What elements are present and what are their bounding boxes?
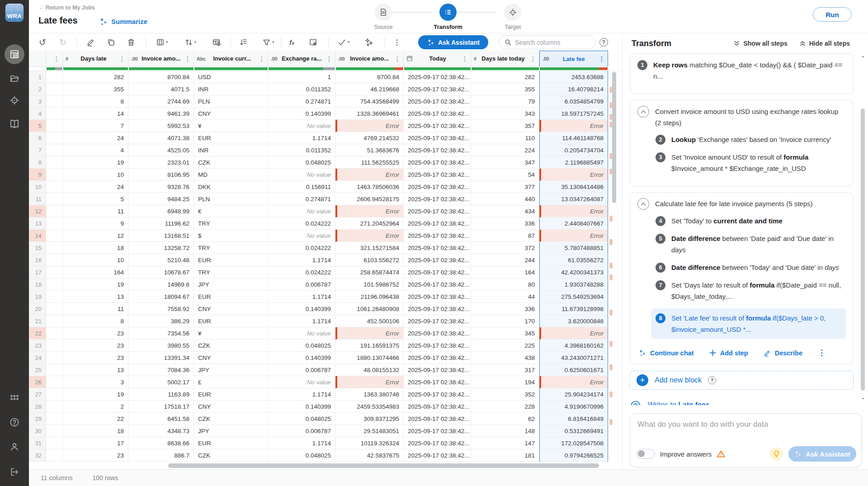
undo-button[interactable]: ↺ <box>39 33 46 51</box>
row-number[interactable]: 20 <box>29 303 46 315</box>
cell-invoice-amount[interactable]: 386.29 <box>128 315 194 327</box>
cell-days-late[interactable]: 18 <box>63 425 128 437</box>
cell-invoice-amount-usd[interactable]: 10119.326324 <box>335 437 404 449</box>
row-number[interactable]: 11 <box>29 193 46 205</box>
cell-invoice-currency[interactable]: CNY <box>194 352 268 364</box>
row-number[interactable]: 27 <box>29 388 46 401</box>
table-help-icon[interactable]: ? <box>599 38 608 47</box>
cell-invoice-amount[interactable]: 13258.72 <box>128 242 194 254</box>
row-number[interactable]: 17 <box>29 266 46 278</box>
hide-all-steps-button[interactable]: Hide all steps <box>799 40 850 47</box>
cell-invoice-amount-usd[interactable]: Error <box>335 120 404 132</box>
cell-unnamed[interactable] <box>46 327 63 340</box>
row-number[interactable]: 19 <box>29 291 46 303</box>
cell-exchange-rate[interactable]: 1 <box>268 71 335 83</box>
add-step-button[interactable]: Add step <box>709 349 748 357</box>
cell-late-fee[interactable]: 18.5971757245 <box>539 108 608 120</box>
cell-invoice-currency[interactable]: $ <box>194 230 268 242</box>
cell-invoice-currency[interactable]: CNY <box>194 108 268 120</box>
step-2[interactable]: 2Lookup 'Exchange rates' based on 'Invoi… <box>656 134 846 145</box>
continue-chat-button[interactable]: Continue chat <box>638 349 694 357</box>
cell-invoice-amount-usd[interactable]: 51.3683676 <box>335 144 404 156</box>
cell-exchange-rate[interactable]: 1.1714 <box>268 315 335 327</box>
cell-invoice-amount[interactable]: 4348.73 <box>128 425 194 437</box>
cell-invoice-amount[interactable]: 2323.01 <box>128 156 194 169</box>
cell-late-fee[interactable]: 2.1196885497 <box>539 156 608 169</box>
cell-invoice-amount[interactable]: 5992.53 <box>128 120 194 132</box>
cell-late-fee[interactable]: 43.2430071271 <box>539 352 608 364</box>
cell-late-fee[interactable]: Error <box>539 327 608 340</box>
cell-unnamed[interactable] <box>46 120 63 132</box>
row-number[interactable]: 5 <box>29 120 46 132</box>
cell-invoice-amount-usd[interactable]: Error <box>335 205 404 217</box>
cell-days-late[interactable]: 11 <box>63 303 128 315</box>
cell-today[interactable]: 2025-09-17 02:38:42... <box>404 156 471 169</box>
group-header[interactable]: Convert invoice amount to USD using exch… <box>637 106 846 128</box>
cell-days-late-today[interactable]: 147 <box>471 437 539 449</box>
cell-late-fee[interactable]: 61.03556272 <box>539 254 608 266</box>
cell-days-late-today[interactable]: 148 <box>471 425 539 437</box>
cell-invoice-amount-usd[interactable]: 321.15271584 <box>335 242 404 254</box>
cell-unnamed[interactable] <box>46 437 63 449</box>
lookup-preview-button[interactable] <box>212 33 221 51</box>
cell-days-late[interactable]: 164 <box>63 266 128 278</box>
cell-unnamed[interactable] <box>46 352 63 364</box>
cell-days-late-today[interactable]: 244 <box>471 254 539 266</box>
cell-exchange-rate[interactable]: 0.140399 <box>268 352 335 364</box>
cell-invoice-amount-usd[interactable]: 29.51483051 <box>335 425 404 437</box>
column-header-days-late[interactable]: #Days late⋮ <box>63 51 128 67</box>
cell-invoice-amount-usd[interactable]: 191.16591375 <box>335 340 404 352</box>
cell-days-late-today[interactable]: 62 <box>471 413 539 425</box>
chat-input[interactable] <box>637 420 854 429</box>
cell-days-late[interactable]: 8 <box>63 315 128 327</box>
cell-days-late[interactable]: 282 <box>63 71 128 83</box>
cell-invoice-amount-usd[interactable]: 1061.26480908 <box>335 303 404 315</box>
cell-late-fee[interactable]: 5.7807488851 <box>539 242 608 254</box>
horizontal-scrollbar[interactable] <box>29 462 608 469</box>
column-header-invoice-amount-usd[interactable]: .00Invoice amo...⋮ <box>335 51 404 67</box>
cell-invoice-currency[interactable]: CZK <box>194 156 268 169</box>
cell-today[interactable]: 2025-09-17 02:38:42... <box>404 364 471 376</box>
cell-invoice-amount-usd[interactable]: 1328.36969461 <box>335 108 404 120</box>
row-number[interactable]: 4 <box>29 108 46 120</box>
cell-days-late-today[interactable]: 438 <box>471 352 539 364</box>
cell-unnamed[interactable] <box>46 242 63 254</box>
cell-exchange-rate[interactable]: No value <box>268 230 335 242</box>
cell-late-fee[interactable]: 0.5312669491 <box>539 425 608 437</box>
app-logo[interactable]: WRA <box>5 4 24 22</box>
cell-days-late[interactable]: 11 <box>63 205 128 217</box>
cell-exchange-rate[interactable]: 0.048025 <box>268 413 335 425</box>
row-number[interactable]: 12 <box>29 205 46 217</box>
cell-exchange-rate[interactable]: 0.006787 <box>268 364 335 376</box>
show-all-steps-button[interactable]: Show all steps <box>733 40 787 47</box>
cell-invoice-currency[interactable]: JPY <box>194 364 268 376</box>
cell-today[interactable]: 2025-09-17 02:38:42... <box>404 413 471 425</box>
column-menu-icon[interactable]: ⋮ <box>598 55 605 62</box>
cell-exchange-rate[interactable]: 0.048025 <box>268 340 335 352</box>
cell-exchange-rate[interactable]: 0.140399 <box>268 108 335 120</box>
panel-scrollbar-thumb[interactable] <box>861 109 865 391</box>
cell-invoice-amount[interactable]: 7354.56 <box>128 327 194 340</box>
cell-invoice-amount-usd[interactable]: Error <box>335 327 404 340</box>
cell-unnamed[interactable] <box>46 108 63 120</box>
cell-days-late[interactable]: 3 <box>63 376 128 388</box>
cell-days-late-today[interactable]: 170 <box>471 315 539 327</box>
cell-invoice-amount-usd[interactable]: 101.5986752 <box>335 278 404 291</box>
cell-exchange-rate[interactable]: No value <box>268 376 335 388</box>
cell-invoice-amount-usd[interactable]: 754.43568499 <box>335 95 404 108</box>
cell-today[interactable]: 2025-09-17 02:38:42... <box>404 303 471 315</box>
filter-menu-button[interactable]: ▾ <box>262 33 274 51</box>
row-number[interactable]: 18 <box>29 278 46 291</box>
cell-invoice-amount[interactable]: 6451.58 <box>128 413 194 425</box>
cell-days-late-today[interactable]: 224 <box>471 144 539 156</box>
cell-days-late[interactable]: 23 <box>63 327 128 340</box>
stepper-target[interactable]: Target <box>495 4 531 30</box>
cell-invoice-currency[interactable]: EUR <box>194 291 268 303</box>
cell-late-fee[interactable]: Error <box>539 205 608 217</box>
cell-unnamed[interactable] <box>46 376 63 388</box>
column-menu-icon[interactable]: ⋮ <box>325 55 332 62</box>
cell-exchange-rate[interactable]: 0.156911 <box>268 181 335 193</box>
cell-days-late[interactable]: 355 <box>63 83 128 95</box>
cell-late-fee[interactable]: 4.9190670996 <box>539 401 608 413</box>
step-4[interactable]: 4Set 'Today' to current date and time <box>656 215 846 226</box>
